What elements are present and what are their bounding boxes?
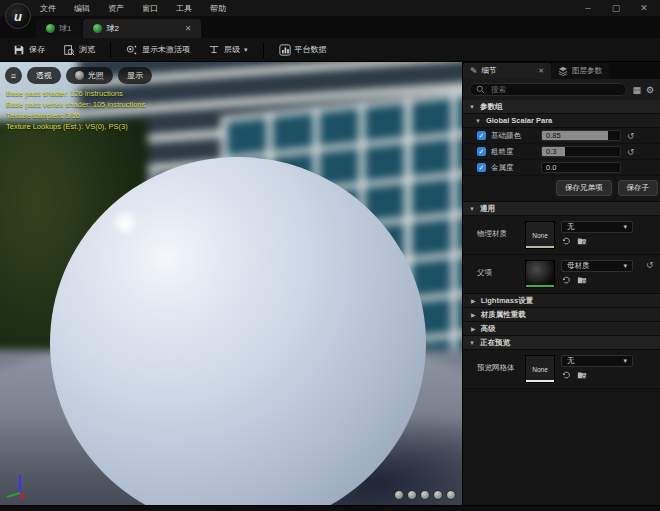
section-general[interactable]: ▼ 通用 [463, 202, 660, 216]
save-child-button[interactable]: 保存子 [618, 180, 659, 196]
show-inactive-button[interactable]: 显示未激活项 [119, 41, 197, 59]
minimize-button[interactable]: – [582, 3, 594, 13]
menu-tools[interactable]: 工具 [174, 1, 194, 16]
browse-button[interactable]: 浏览 [56, 41, 102, 59]
toolbar-separator [110, 42, 111, 58]
chevron-down-icon: ▾ [244, 46, 248, 54]
panel-empty-space [463, 389, 660, 505]
use-selected-asset-icon[interactable] [561, 275, 571, 285]
param-label: 粗糙度 [491, 147, 541, 157]
physical-material-dropdown[interactable]: 无 ▾ [561, 221, 633, 233]
save-button[interactable]: 保存 [6, 41, 52, 59]
save-icon [13, 44, 25, 56]
section-lightmass-settings[interactable]: ▶ Lightmass设置 [463, 294, 660, 308]
show-button[interactable]: 显示 [118, 67, 152, 84]
tab-ball1[interactable]: 球1 [36, 19, 81, 38]
section-previewing[interactable]: ▼ 正在预览 [463, 336, 660, 350]
browse-to-asset-icon[interactable] [577, 236, 587, 246]
preview-mesh-thumbnail[interactable]: None [525, 355, 555, 383]
layers-icon [558, 66, 568, 76]
custom-mesh-shape-button[interactable] [446, 490, 456, 500]
browse-to-asset-icon[interactable] [577, 370, 587, 380]
section-label: 材质属性重载 [481, 310, 526, 320]
platform-data-button[interactable]: 平台数据 [272, 41, 334, 59]
use-selected-asset-icon[interactable] [561, 236, 571, 246]
scalar-slider-basecolor[interactable]: 0.85 [541, 130, 621, 141]
menu-asset[interactable]: 资产 [106, 1, 126, 16]
stat-line: Base pass vertex shader: 105 instruction… [6, 100, 145, 111]
plane-shape-button[interactable] [420, 490, 430, 500]
perspective-label: 透视 [36, 70, 52, 81]
checkbox-checked[interactable]: ✓ [477, 147, 486, 156]
menu-help[interactable]: 帮助 [208, 1, 228, 16]
reset-to-default-icon[interactable]: ↺ [627, 131, 637, 141]
section-material-overrides[interactable]: ▶ 材质属性重载 [463, 308, 660, 322]
use-selected-asset-icon[interactable] [561, 370, 571, 380]
dropdown-value: 母材质 [567, 261, 590, 271]
save-sibling-button[interactable]: 保存兄弟项 [556, 180, 612, 196]
preview-mesh-dropdown[interactable]: 无 ▾ [561, 355, 633, 367]
gear-icon[interactable]: ⚙ [646, 85, 654, 95]
sphere-shape-button[interactable] [407, 490, 417, 500]
material-preview-viewport[interactable]: ≡ 透视 光照 显示 Base pass shader: 126 instruc… [0, 62, 462, 505]
hierarchy-button[interactable]: 层级 ▾ [201, 41, 255, 59]
chevron-down-icon: ▾ [623, 223, 627, 231]
platform-data-label: 平台数据 [295, 44, 327, 55]
tab-details[interactable]: ✎ 细节 ✕ [463, 63, 551, 79]
perspective-button[interactable]: 透视 [27, 67, 61, 84]
checkbox-checked[interactable]: ✓ [477, 131, 486, 140]
parent-label: 父项 [477, 260, 525, 288]
grid-view-icon[interactable]: ▦ [632, 85, 641, 95]
lit-sphere-icon [75, 71, 84, 80]
panel-tab-close-icon[interactable]: ✕ [538, 67, 544, 75]
maximize-button[interactable]: ▢ [610, 3, 622, 13]
preview-sphere[interactable] [50, 157, 426, 505]
section-global-scalar[interactable]: ▼ Global Scalar Para [463, 114, 660, 128]
lit-mode-button[interactable]: 光照 [66, 67, 113, 84]
section-label: Lightmass设置 [481, 296, 534, 306]
tab-layer-parameters[interactable]: 图层参数 [551, 63, 609, 79]
tab-ball2-label: 球2 [106, 23, 118, 34]
stat-line: Texture samplers 3/16 [6, 111, 145, 122]
cylinder-shape-button[interactable] [394, 490, 404, 500]
parent-material-dropdown[interactable]: 母材质 ▾ [561, 260, 633, 272]
collapsed-arrow-icon: ▶ [471, 311, 476, 318]
material-instance-icon [93, 24, 102, 33]
param-row-roughness: ✓ 粗糙度 0.3 ↺ [463, 144, 660, 160]
section-parameter-groups[interactable]: ▼ 参数组 [463, 100, 660, 114]
reset-to-default-icon[interactable]: ↺ [627, 147, 637, 157]
section-advanced[interactable]: ▶ 高级 [463, 322, 660, 336]
section-label: 正在预览 [480, 338, 510, 348]
menu-bar: 文件 编辑 资产 窗口 工具 帮助 [38, 1, 228, 16]
search-input[interactable] [489, 84, 620, 95]
search-row: ▦ ⚙ [463, 79, 660, 100]
viewport-menu-button[interactable]: ≡ [5, 67, 22, 84]
scalar-slider-roughness[interactable]: 0.3 [541, 146, 621, 157]
cube-shape-button[interactable] [433, 490, 443, 500]
menu-file[interactable]: 文件 [38, 1, 58, 16]
physical-material-thumbnail[interactable]: None [525, 221, 555, 249]
reset-to-default-icon[interactable]: ↺ [646, 260, 656, 288]
search-box[interactable] [469, 83, 627, 96]
material-instance-icon [46, 24, 55, 33]
menu-window[interactable]: 窗口 [140, 1, 160, 16]
unreal-logo-icon: u [5, 3, 31, 29]
param-row-metallic: ✓ 金属度 0.0 [463, 160, 660, 176]
specular-highlight [112, 210, 138, 236]
browse-to-asset-icon[interactable] [577, 275, 587, 285]
tab-ball2[interactable]: 球2 ✕ [83, 19, 201, 38]
tab-ball1-label: 球1 [59, 23, 71, 34]
save-buttons-row: 保存兄弟项 保存子 [463, 176, 660, 202]
unreal-editor-window: u 文件 编辑 资产 窗口 工具 帮助 – ▢ ✕ 球1 球2 ✕ 保存 [0, 0, 660, 511]
scalar-slider-metallic[interactable]: 0.0 [541, 162, 621, 173]
close-button[interactable]: ✕ [638, 3, 650, 13]
checkbox-checked[interactable]: ✓ [477, 163, 486, 172]
tab-close-icon[interactable]: ✕ [185, 24, 192, 33]
section-label: 高级 [481, 324, 496, 334]
show-inactive-icon [126, 44, 138, 56]
title-bar: u 文件 编辑 资产 窗口 工具 帮助 – ▢ ✕ [0, 0, 660, 16]
editor-toolbar: 保存 浏览 显示未激活项 层级 ▾ 平台数据 [0, 38, 660, 62]
parent-material-row: 父项 母材质 ▾ ↺ [463, 255, 660, 294]
menu-edit[interactable]: 编辑 [72, 1, 92, 16]
parent-material-thumbnail[interactable] [525, 260, 555, 288]
